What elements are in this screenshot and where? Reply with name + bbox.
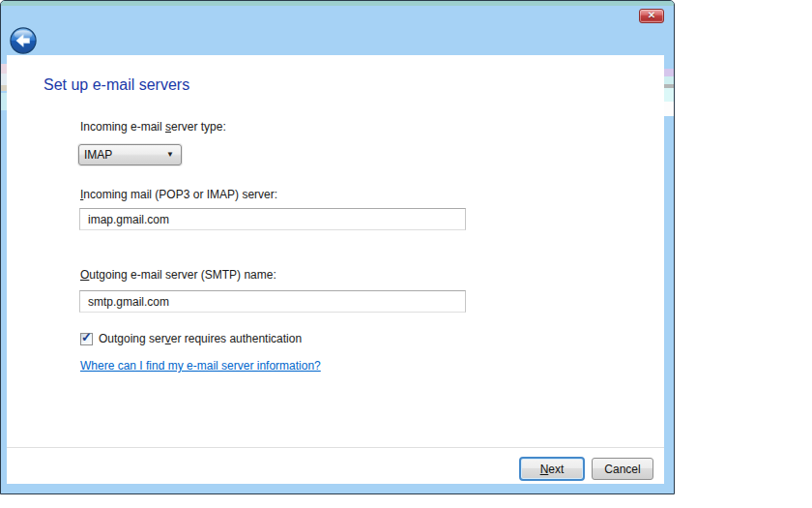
back-button[interactable] (10, 27, 37, 54)
frame-reflection (663, 76, 674, 84)
frame-top-strip (1, 1, 674, 6)
server-info-help-link[interactable]: Where can I find my e-mail server inform… (80, 359, 321, 373)
auth-required-label: Outgoing server requires authentication (99, 332, 302, 345)
frame-reflection (663, 69, 674, 76)
frame-reflection (663, 84, 674, 88)
frame-reflection (663, 88, 674, 102)
page-title: Set up e-mail servers (44, 76, 189, 94)
outgoing-server-input[interactable] (79, 290, 466, 313)
incoming-server-input[interactable] (79, 208, 466, 230)
wizard-content: Set up e-mail servers Incoming e-mail se… (7, 55, 664, 484)
outgoing-server-label: Outgoing e-mail server (SMTP) name: (80, 268, 276, 282)
close-button[interactable]: ✕ (639, 9, 664, 23)
back-arrow-icon (10, 27, 37, 54)
chevron-down-icon: ▼ (166, 150, 174, 159)
cancel-button[interactable]: Cancel (592, 458, 653, 480)
close-icon: ✕ (648, 10, 655, 20)
auth-required-checkbox-row[interactable]: ✓ Outgoing server requires authenticatio… (80, 332, 302, 345)
next-button[interactable]: Next (519, 457, 585, 481)
wizard-window: ✕ Set up e-mail servers Incoming e-mail … (0, 0, 675, 494)
server-type-selected-value: IMAP (84, 148, 112, 162)
server-type-label: Incoming e-mail server type: (80, 120, 226, 134)
auth-required-checkbox[interactable]: ✓ (80, 333, 93, 345)
frame-reflection (663, 102, 674, 116)
checkmark-icon: ✓ (81, 331, 92, 344)
incoming-server-label: Incoming mail (POP3 or IMAP) server: (80, 188, 277, 201)
footer-divider (7, 447, 664, 448)
server-type-dropdown[interactable]: IMAP ▼ (78, 144, 182, 165)
